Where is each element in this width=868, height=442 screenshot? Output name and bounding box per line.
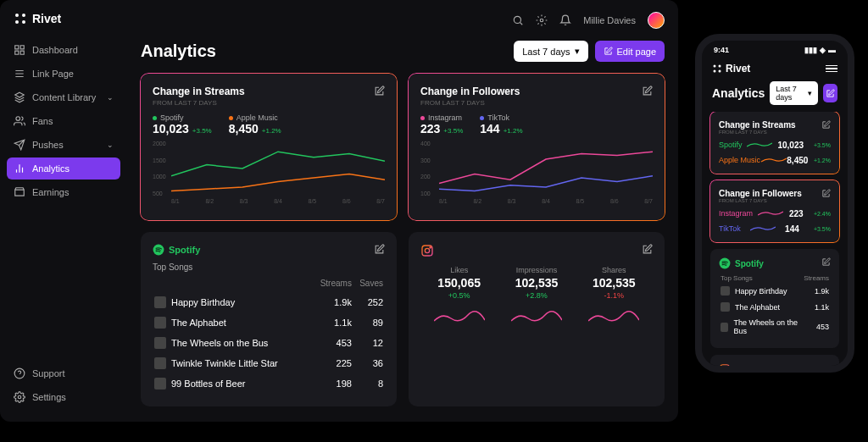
sidebar-item-dashboard[interactable]: Dashboard [7, 39, 120, 61]
streams-metrics: Spotify10,023+3.5%Apple Music8,450+1.2% [153, 113, 385, 135]
edit-icon [826, 89, 835, 98]
card-subtitle: From last 7 days [719, 130, 796, 135]
brand-logo: Rivet [7, 12, 120, 39]
edit-icon[interactable] [821, 120, 831, 130]
followers-metrics: Instagram223+3.5%TikTok144+1.2% [420, 113, 653, 135]
sparkline [588, 308, 639, 325]
gear-icon[interactable] [536, 14, 548, 26]
chevron-down-icon: ⌄ [107, 93, 114, 102]
mobile-header: Rivet [702, 59, 848, 81]
instagram-card: Likes150,065+0.5%Impressions102,535+2.8%… [409, 232, 665, 406]
spotify-icon [719, 257, 731, 269]
sidebar-item-settings[interactable]: Settings [7, 386, 120, 408]
svg-point-14 [720, 258, 731, 269]
sparkline [758, 208, 783, 218]
table-row: 99 Bottles of Beer1988 [154, 374, 383, 393]
edit-page-button[interactable]: Edit page [595, 41, 665, 62]
instagram-sparklines [420, 308, 653, 325]
sidebar-item-content-library[interactable]: Content Library⌄ [7, 86, 120, 108]
sidebar-item-analytics[interactable]: Analytics [7, 157, 120, 180]
svg-point-2 [15, 20, 19, 24]
menu-button[interactable] [826, 65, 837, 73]
album-art-icon [721, 286, 730, 296]
metric-row: Apple Music8,450+1.2% [719, 155, 831, 165]
instagram-icon [420, 244, 434, 257]
svg-point-4 [515, 16, 521, 23]
sparkline [747, 140, 772, 150]
stat-likes: Likes150,065+0.5% [437, 266, 481, 300]
card-title: Change in Followers [719, 189, 802, 198]
chevron-down-icon: ▾ [808, 89, 812, 97]
svg-point-9 [430, 247, 431, 248]
date-range-button[interactable]: Last 7 days ▾ [514, 41, 587, 62]
mobile-preview: 9:41 ▮▮▮ ◈ ▬ Rivet Analytics Last 7 days… [695, 34, 854, 373]
album-art-icon [721, 323, 728, 332]
gear-icon [14, 391, 25, 403]
top-songs-table: StreamsSaves Happy Birthday1.9k252The Al… [153, 277, 385, 395]
spotify-card: Spotify Top Songs StreamsSaves Happy Bir… [141, 232, 397, 406]
svg-point-13 [719, 70, 721, 73]
svg-point-12 [714, 70, 716, 73]
svg-point-11 [719, 65, 721, 68]
table-row: The Wheels on the Bus45312 [154, 334, 383, 352]
spotify-badge: Spotify [153, 244, 200, 256]
top-songs-table: Top SongsStreams Happy Birthday1.9kThe A… [719, 273, 831, 340]
svg-point-10 [714, 65, 716, 68]
spotify-card: Spotify Top SongsStreams Happy Birthday1… [710, 249, 839, 348]
instagram-stats: Likes150,065+0.5%Impressions102,535+2.8%… [420, 266, 653, 300]
edit-icon [604, 47, 613, 56]
sidebar-item-pushes[interactable]: Pushes⌄ [7, 134, 120, 156]
edit-icon[interactable] [642, 86, 653, 97]
instagram-card [710, 355, 839, 366]
bell-icon[interactable] [559, 14, 571, 26]
header-actions: Last 7 days ▾ Edit page [514, 41, 665, 62]
spotify-label: Spotify [169, 245, 200, 255]
mobile-content: Change in Streams From last 7 days Spoti… [702, 112, 848, 366]
table-section-title: Top Songs [153, 262, 385, 272]
sidebar-item-earnings[interactable]: Earnings [7, 181, 120, 203]
card-title: Change in Followers [420, 86, 520, 97]
edit-icon[interactable] [821, 257, 831, 267]
stat-impressions: Impressions102,535+2.8% [515, 266, 559, 300]
edit-page-button[interactable] [823, 84, 837, 102]
sidebar-item-link-page[interactable]: Link Page [7, 63, 120, 85]
metric-tiktok: TikTok144+1.2% [480, 113, 522, 135]
metric-row: Spotify10,023+3.5% [719, 140, 831, 150]
table-row: The Alphabet1.1k [721, 300, 829, 314]
sparkline [434, 308, 485, 325]
streams-card: Change in Streams From last 7 days Spoti… [710, 112, 839, 174]
album-art-icon [154, 317, 166, 329]
chart-icon [14, 163, 25, 174]
table-row: Happy Birthday1.9k252 [154, 293, 383, 312]
edit-icon[interactable] [374, 244, 385, 255]
rivet-logo-icon [712, 64, 722, 74]
stat-shares: Shares102,535-1.1% [593, 266, 636, 300]
desktop-app: Rivet DashboardLink PageContent Library⌄… [0, 0, 678, 422]
status-time: 9:41 [714, 46, 729, 54]
page-title: Analytics [141, 41, 216, 61]
card-title: Change in Streams [719, 120, 796, 130]
table-row: The Wheels on the Bus453 [721, 316, 829, 338]
card-subtitle: From last 7 days [420, 99, 520, 107]
edit-icon[interactable] [821, 189, 831, 198]
main-content: Millie Davies Analytics Last 7 days ▾ Ed… [127, 0, 678, 422]
help-icon [14, 367, 25, 379]
date-range-label: Last 7 days [522, 47, 570, 57]
followers-card: Change in Followers From last 7 days Ins… [710, 180, 839, 242]
mobile-title-row: Analytics Last 7 days▾ [702, 81, 848, 112]
page-header: Analytics Last 7 days ▾ Edit page [141, 41, 665, 62]
svg-point-5 [541, 19, 544, 22]
sidebar-item-support[interactable]: Support [7, 362, 120, 384]
avatar[interactable] [648, 12, 665, 29]
album-art-icon [154, 378, 166, 390]
sidebar: Rivet DashboardLink PageContent Library⌄… [0, 0, 127, 422]
date-range-button[interactable]: Last 7 days▾ [770, 81, 817, 105]
metric-row: TikTok144+3.5% [719, 224, 831, 234]
search-icon[interactable] [512, 14, 524, 26]
page-title: Analytics [712, 86, 765, 100]
metric-spotify: Spotify10,023+3.5% [153, 113, 212, 135]
user-name[interactable]: Millie Davies [583, 15, 636, 25]
edit-icon[interactable] [642, 244, 653, 255]
sidebar-item-fans[interactable]: Fans [7, 110, 120, 132]
edit-icon[interactable] [374, 86, 385, 97]
